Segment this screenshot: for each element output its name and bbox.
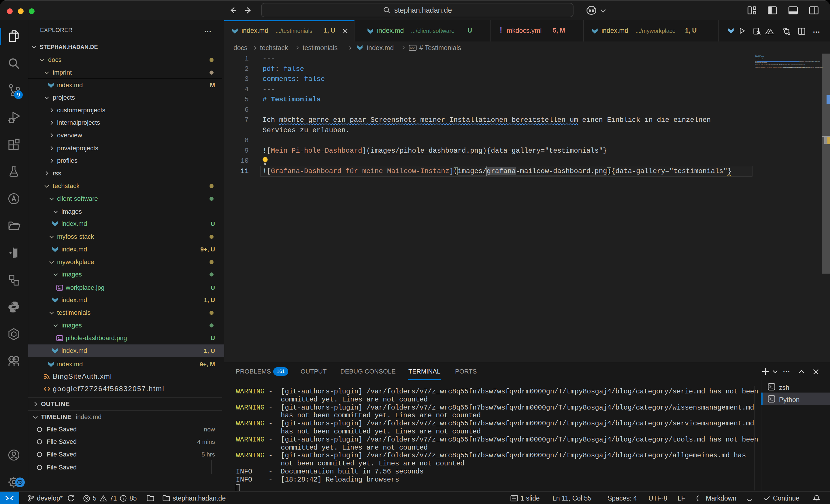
svg-text:abc: abc — [410, 46, 416, 50]
